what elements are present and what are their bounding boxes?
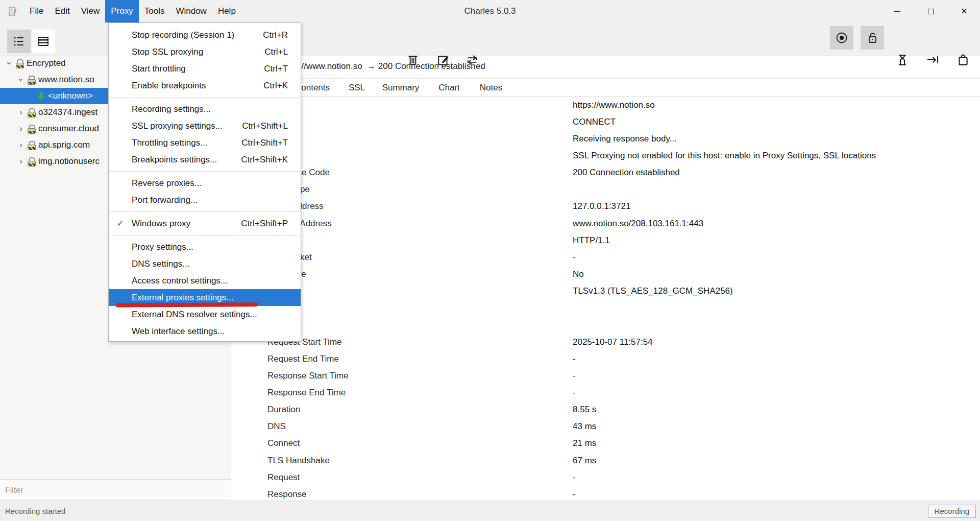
close-button[interactable]: × [952, 0, 976, 22]
menu-item-label: Reverse proxies... [132, 178, 288, 188]
structure-view-icon [12, 35, 26, 48]
tree-row-label: api.sprig.com [38, 140, 90, 150]
proxy-menu-item[interactable]: External DNS resolver settings... [109, 306, 301, 323]
proxy-menu-item[interactable]: Windows proxy Ctrl+Shift+P [109, 215, 301, 232]
menu-item-label: External proxies settings... [132, 293, 288, 303]
tree-row-label: consumer.cloud [38, 124, 99, 134]
proxy-menu-item[interactable]: Stop SSL proxying Ctrl+L [109, 43, 301, 60]
overview-row-value: - [573, 252, 576, 263]
menubar: File Edit View Proxy Tools Window Help [24, 0, 241, 22]
proxy-menu-item[interactable]: Throttling settings... Ctrl+Shift+T [109, 134, 301, 151]
menubar-item[interactable]: View [76, 0, 106, 22]
detail-tab[interactable]: SSL [349, 79, 365, 97]
overview-row-value: Receiving response body... [573, 134, 677, 144]
hourglass-icon [895, 53, 910, 67]
chevron-icon[interactable] [17, 76, 25, 84]
proxy-menu-item[interactable]: Web interface settings... [109, 323, 301, 340]
overview-row: Response Code 200 Connection established [232, 164, 980, 181]
overview-row-value: CONNECT [573, 117, 616, 127]
detail-tab[interactable]: Notes [480, 79, 502, 97]
throttling-button[interactable] [895, 52, 910, 67]
overview-row-label: TLS Handshake [267, 456, 330, 466]
overview-row: Kept Alive No [232, 266, 980, 282]
red-underline-annotation [116, 302, 258, 307]
menu-item-label: External DNS resolver settings... [132, 310, 288, 320]
proxy-menu-item[interactable]: Start throttling Ctrl+T [109, 60, 301, 77]
repeat-button[interactable] [464, 52, 480, 67]
edit-compose-icon [436, 53, 450, 66]
compose-button[interactable] [435, 52, 451, 67]
chevron-icon[interactable] [17, 157, 25, 165]
menu-item-label: Breakpoints settings... [132, 155, 241, 165]
structure-view-button[interactable] [7, 30, 31, 53]
overview-row: Response Start Time - [232, 367, 980, 384]
proxy-menu-item[interactable]: Stop recording (Session 1) Ctrl+R [109, 27, 301, 43]
overview-row: Request End Time - [232, 350, 980, 367]
proxy-menu-item[interactable] [109, 232, 301, 239]
filter-box[interactable]: Filter [0, 479, 231, 501]
overview-row-value: 127.0.0.1:3721 [573, 201, 630, 211]
session-bag-button[interactable] [955, 52, 971, 67]
minimize-button[interactable] [885, 0, 909, 22]
menu-item-shortcut: Ctrl+R [263, 30, 288, 40]
proxy-menu-item[interactable]: SSL proxying settings... Ctrl+Shift+L [109, 117, 301, 134]
detail-tab[interactable]: Summary [382, 79, 420, 97]
menubar-item[interactable]: File [24, 0, 49, 22]
ssl-proxying-toggle-button[interactable] [861, 26, 884, 50]
menubar-item[interactable]: Tools [139, 0, 170, 22]
trash-icon [406, 53, 420, 66]
proxy-menu-item[interactable]: Enable breakpoints Ctrl+K [109, 77, 301, 94]
overview-row-label: Request [267, 472, 300, 483]
overview-row-label: Response [267, 489, 307, 500]
proxy-menu-item[interactable]: Breakpoints settings... Ctrl+Shift+K [109, 151, 301, 168]
menubar-item[interactable]: Help [212, 0, 241, 22]
detail-tab[interactable]: Chart [438, 79, 460, 97]
proxy-menu-item[interactable]: Port forwarding... [109, 192, 301, 208]
proxy-menu-item[interactable] [109, 94, 301, 101]
tree-row-label: Encrypted [27, 58, 66, 68]
overview-row [232, 300, 980, 317]
overview-row-value: https://www.notion.so [573, 100, 655, 110]
chevron-icon[interactable] [17, 125, 25, 133]
recording-badge: Recording [928, 505, 976, 518]
overview-row: WebSocket - [232, 249, 980, 266]
overview-row: URL https://www.notion.so [232, 97, 980, 113]
maximize-button[interactable] [919, 0, 942, 22]
chevron-icon[interactable] [5, 59, 13, 67]
proxy-menu-item[interactable]: Recording settings... [109, 101, 301, 117]
overview-row-value: www.notion.so/208.103.161.1:443 [573, 219, 703, 229]
overview-row: Protocol HTTP/1.1 [232, 232, 980, 249]
menubar-item[interactable]: Window [170, 0, 212, 22]
menu-item-label: Port forwarding... [132, 195, 288, 205]
status-bar: Recording started Recording [0, 501, 980, 521]
overview-row: TLS Handshake 67 ms [232, 452, 980, 469]
breakpoints-button[interactable] [925, 52, 940, 67]
window-controls: × [875, 0, 976, 22]
proxy-menu-item[interactable]: DNS settings... [109, 255, 301, 272]
menu-item-shortcut: Ctrl+L [264, 47, 288, 57]
status-message: Recording started [5, 501, 65, 521]
menu-item-label: Access control settings... [132, 276, 288, 286]
chevron-icon[interactable] [17, 141, 25, 149]
proxy-menu-item[interactable] [109, 168, 301, 175]
repeat-icon [465, 53, 479, 66]
filter-placeholder: Filter [0, 480, 231, 501]
clear-session-button[interactable] [405, 52, 421, 67]
overview-row: Notes SSL Proxying not enabled for this … [232, 147, 980, 164]
overview-row-value: 200 Connection established [573, 168, 680, 178]
proxy-menu-item[interactable] [109, 208, 301, 215]
menubar-item[interactable]: Edit [49, 0, 75, 22]
sequence-view-button[interactable] [32, 30, 55, 53]
node-icon [27, 76, 35, 84]
menu-item-label: Web interface settings... [132, 326, 288, 337]
proxy-menu-item[interactable]: Access control settings... [109, 272, 301, 289]
proxy-menu-item[interactable]: Proxy settings... [109, 239, 301, 255]
record-toggle-button[interactable] [830, 26, 853, 50]
proxy-menu-item[interactable]: Reverse proxies... [109, 175, 301, 192]
menubar-item[interactable]: Proxy [105, 0, 138, 22]
menu-item-label: Stop recording (Session 1) [132, 30, 263, 40]
detail-panel: https://www.notion.so → 200 Connection e… [232, 56, 980, 501]
overview-row: DNS 43 ms [232, 418, 980, 435]
tree-row-label: <unknown> [48, 91, 93, 101]
chevron-icon[interactable] [17, 108, 25, 116]
